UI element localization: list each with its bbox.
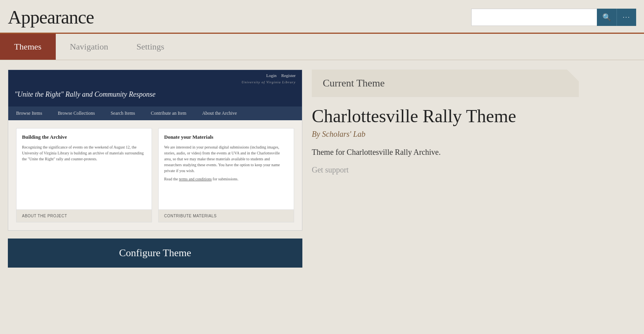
mini-nav-contribute[interactable]: Contribute an Item xyxy=(143,106,194,120)
search-icon: 🔍 xyxy=(602,13,611,22)
tab-themes[interactable]: Themes xyxy=(0,34,56,60)
current-theme-box: Current Theme xyxy=(312,70,579,97)
mini-card-building: Building the Archive Recognizing the sig… xyxy=(16,128,152,222)
mini-card-donate-link: Read the terms and conditions for submis… xyxy=(164,177,288,181)
mini-card-building-title: Building the Archive xyxy=(22,134,146,140)
theme-name: Charlottesville Rally Theme xyxy=(312,106,579,127)
current-theme-panel: Current Theme Charlottesville Rally Them… xyxy=(312,70,579,268)
mini-register-link[interactable]: Register xyxy=(281,73,296,78)
mini-card-building-footer[interactable]: About the Project xyxy=(16,209,152,222)
theme-preview-panel: Login Register University of Virginia Li… xyxy=(8,70,302,268)
terms-conditions-link[interactable]: terms and conditions xyxy=(179,177,212,181)
search-input[interactable] xyxy=(471,9,597,26)
theme-info: Charlottesville Rally Theme By Scholars'… xyxy=(312,106,579,174)
mini-card-donate-footer[interactable]: Contribute Materials xyxy=(159,209,294,222)
mini-login-link[interactable]: Login xyxy=(266,73,276,78)
main-content: Login Register University of Virginia Li… xyxy=(0,60,644,277)
page-title: Appearance xyxy=(8,6,94,28)
mini-site-nav: Browse Items Browse Collections Search I… xyxy=(8,106,302,120)
tab-navigation[interactable]: Navigation xyxy=(56,34,123,60)
mini-nav-search-items[interactable]: Search Items xyxy=(103,106,143,120)
configure-theme-button[interactable]: Configure Theme xyxy=(8,239,302,268)
more-icon: ··· xyxy=(623,14,630,21)
mini-card-donate-title: Donate your Materials xyxy=(164,134,288,140)
tab-settings[interactable]: Settings xyxy=(122,34,178,60)
more-button[interactable]: ··· xyxy=(617,9,636,26)
current-theme-label: Current Theme xyxy=(323,77,568,89)
theme-description: Theme for Charlottesville Rally Archive. xyxy=(312,147,579,158)
mini-nav-browse-collections[interactable]: Browse Collections xyxy=(50,106,102,120)
mini-nav-about[interactable]: About the Archive xyxy=(194,106,245,120)
mini-card-building-body: Building the Archive Recognizing the sig… xyxy=(16,128,152,209)
mini-site-title-area: "Unite the Right" Rally and Community Re… xyxy=(8,84,302,106)
mini-card-donate-body: Donate your Materials We are interested … xyxy=(159,128,294,209)
page-header: Appearance 🔍 ··· xyxy=(0,0,644,34)
mini-card-building-text: Recognizing the significance of events o… xyxy=(22,144,146,162)
mini-card-donate-text: We are interested in your personal digit… xyxy=(164,144,288,174)
search-button[interactable]: 🔍 xyxy=(597,9,617,26)
mini-site-logo: University of Virginia Library xyxy=(15,80,296,84)
tabs-bar: Themes Navigation Settings xyxy=(0,34,644,60)
mini-site-title: "Unite the Right" Rally and Community Re… xyxy=(15,90,296,99)
mini-site-content: Building the Archive Recognizing the sig… xyxy=(8,120,302,230)
mini-nav-browse-items[interactable]: Browse Items xyxy=(8,106,50,120)
mini-card-donate: Donate your Materials We are interested … xyxy=(158,128,294,222)
theme-preview-frame: Login Register University of Virginia Li… xyxy=(8,70,302,231)
get-support-link[interactable]: Get support xyxy=(312,165,349,174)
theme-author: By Scholars' Lab xyxy=(312,130,579,139)
mini-site-header: Login Register University of Virginia Li… xyxy=(8,70,302,84)
mini-site-top-bar: Login Register xyxy=(15,73,296,78)
header-controls: 🔍 ··· xyxy=(471,9,636,26)
